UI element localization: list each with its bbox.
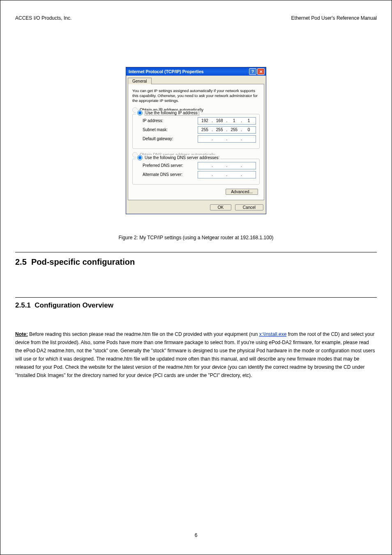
alternate-dns-label: Alternate DNS server: bbox=[143, 172, 182, 177]
ok-button[interactable]: OK bbox=[210, 204, 231, 210]
divider bbox=[15, 297, 377, 298]
figure-caption: Figure 2: My TCP/IP settings (using a Ne… bbox=[118, 235, 273, 240]
ip-address-input[interactable]: 192.168.1.1 bbox=[198, 117, 256, 125]
dialog-title: Internet Protocol (TCP/IP) Properties bbox=[129, 69, 204, 74]
header-right: Ethernet Pod User's Reference Manual bbox=[291, 15, 377, 21]
alternate-dns-input[interactable]: . . . bbox=[198, 171, 256, 178]
body-paragraph: Note: Before reading this section please… bbox=[15, 330, 377, 379]
dialog-titlebar: Internet Protocol (TCP/IP) Properties ? … bbox=[126, 67, 266, 76]
cancel-button[interactable]: Cancel bbox=[235, 204, 263, 210]
subnet-mask-label: Subnet mask: bbox=[143, 127, 168, 132]
default-gateway-label: Default gateway: bbox=[143, 136, 173, 141]
ip-address-label: IP address: bbox=[143, 118, 163, 123]
close-icon[interactable]: ✕ bbox=[257, 68, 265, 75]
subsection-heading: 2.5.1 Configuration Overview bbox=[15, 301, 377, 310]
advanced-button[interactable]: Advanced... bbox=[226, 189, 258, 195]
radio-use-dns[interactable]: Use the following DNS server addresses: bbox=[136, 155, 221, 160]
figure-dialog-screenshot: Internet Protocol (TCP/IP) Properties ? … bbox=[126, 67, 266, 214]
divider bbox=[15, 252, 377, 252]
default-gateway-input[interactable]: . . . bbox=[198, 135, 256, 143]
install-link[interactable]: x:\Install.exe bbox=[259, 331, 287, 337]
header-left: ACCES I/O Products, Inc. bbox=[15, 15, 71, 21]
help-icon[interactable]: ? bbox=[249, 68, 256, 75]
subnet-mask-input[interactable]: 255.255.255.0 bbox=[198, 126, 256, 134]
tcpip-dialog: Internet Protocol (TCP/IP) Properties ? … bbox=[126, 67, 266, 214]
radio-use-ip[interactable]: Use the following IP address: bbox=[136, 110, 201, 116]
tab-general[interactable]: General bbox=[128, 78, 152, 84]
dialog-description: You can get IP settings assigned automat… bbox=[132, 88, 260, 103]
section-heading: 2.5 Pod-specific configuration bbox=[15, 257, 377, 267]
preferred-dns-label: Preferred DNS server: bbox=[143, 163, 183, 168]
page-number: 6 bbox=[195, 532, 198, 538]
preferred-dns-input[interactable]: . . . bbox=[198, 162, 256, 169]
